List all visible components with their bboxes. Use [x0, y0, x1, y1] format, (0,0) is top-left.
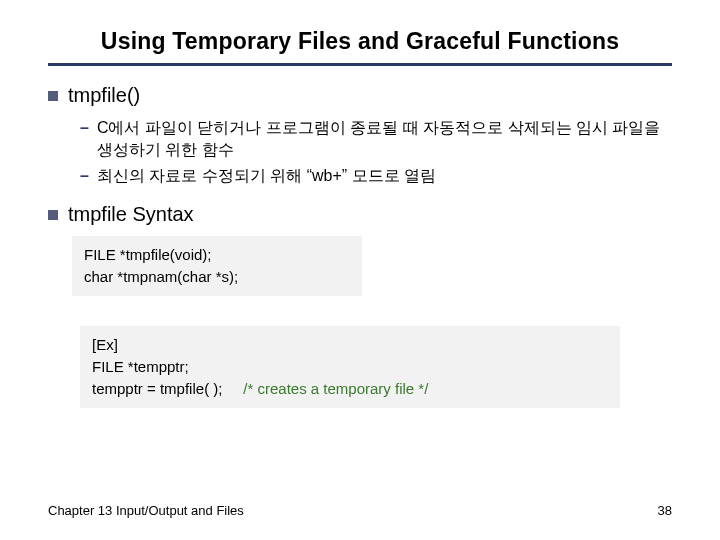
section-heading: tmpfile() — [68, 84, 140, 107]
footer-chapter: Chapter 13 Input/Output and Files — [48, 503, 244, 518]
dash-icon: – — [80, 165, 89, 187]
section-heading-row: tmpfile Syntax — [48, 203, 672, 226]
dash-icon: – — [80, 117, 89, 161]
code-line: [Ex] — [92, 334, 608, 356]
bullet-text: C에서 파일이 닫히거나 프로그램이 종료될 때 자동적으로 삭제되는 임시 파… — [97, 117, 672, 161]
section-heading-row: tmpfile() — [48, 84, 672, 107]
code-line: tempptr = tmpfile( ); /* creates a tempo… — [92, 378, 608, 400]
bullet-square-icon — [48, 210, 58, 220]
code-line: char *tmpnam(char *s); — [84, 266, 350, 288]
example-codebox: [Ex] FILE *tempptr; tempptr = tmpfile( )… — [80, 326, 620, 408]
sub-list: – C에서 파일이 닫히거나 프로그램이 종료될 때 자동적으로 삭제되는 임시… — [80, 117, 672, 187]
section-heading: tmpfile Syntax — [68, 203, 194, 226]
code-line: FILE *tmpfile(void); — [84, 244, 350, 266]
list-item: – C에서 파일이 닫히거나 프로그램이 종료될 때 자동적으로 삭제되는 임시… — [80, 117, 672, 161]
list-item: – 최신의 자료로 수정되기 위해 “wb+” 모드로 열림 — [80, 165, 672, 187]
slide-title: Using Temporary Files and Graceful Funct… — [48, 28, 672, 66]
bullet-square-icon — [48, 91, 58, 101]
slide: Using Temporary Files and Graceful Funct… — [0, 0, 720, 540]
bullet-text: 최신의 자료로 수정되기 위해 “wb+” 모드로 열림 — [97, 165, 436, 187]
code-comment: /* creates a temporary file */ — [243, 380, 428, 397]
code-text: tempptr = tmpfile( ); — [92, 380, 222, 397]
code-line: FILE *tempptr; — [92, 356, 608, 378]
page-number: 38 — [658, 503, 672, 518]
section-tmpfile: tmpfile() – C에서 파일이 닫히거나 프로그램이 종료될 때 자동적… — [48, 84, 672, 187]
section-syntax: tmpfile Syntax FILE *tmpfile(void); char… — [48, 203, 672, 296]
syntax-codebox: FILE *tmpfile(void); char *tmpnam(char *… — [72, 236, 362, 296]
